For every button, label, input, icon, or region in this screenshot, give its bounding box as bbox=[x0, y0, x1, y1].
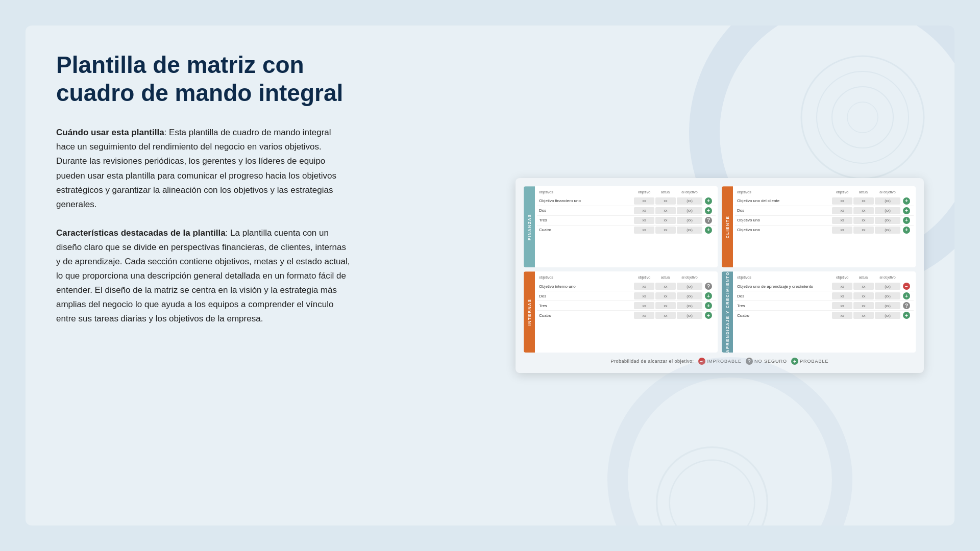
description-2: Características destacadas de la plantil… bbox=[56, 226, 352, 326]
matrix-grid: FINANZASobjetivosobjetivoactualal objeti… bbox=[524, 186, 916, 353]
plus-button[interactable]: + bbox=[705, 292, 712, 299]
legend: Probabilidad de alcanzar el objetivo:−IM… bbox=[524, 358, 916, 365]
plus-button[interactable]: + bbox=[903, 217, 910, 224]
slide: Plantilla de matriz con cuadro de mando … bbox=[26, 26, 954, 525]
description-1: Cuándo usar esta plantilla: Esta plantil… bbox=[56, 126, 352, 211]
plus-button[interactable]: + bbox=[903, 312, 910, 319]
quadrant-label-aprendizaje: APRENDIZAJE Y CRECIMIENTO bbox=[722, 271, 733, 353]
table-row: Dosxxxx(xx)+ bbox=[735, 206, 914, 216]
table-row: Cuatroxxxx(xx)+ bbox=[537, 226, 716, 235]
plus-button[interactable]: + bbox=[903, 207, 910, 214]
table-row: Dosxxxx(xx)+ bbox=[735, 291, 914, 301]
plus-button[interactable]: + bbox=[705, 227, 712, 234]
plus-button[interactable]: + bbox=[705, 312, 712, 319]
table-row: Dosxxxx(xx)+ bbox=[537, 206, 716, 216]
table-row: Tresxxxx(xx)+ bbox=[537, 301, 716, 311]
quadrant-aprendizaje: APRENDIZAJE Y CRECIMIENTOobjetivosobjeti… bbox=[722, 271, 916, 353]
quadrant-label-finanzas: FINANZAS bbox=[524, 186, 535, 267]
plus-button[interactable]: + bbox=[903, 197, 910, 205]
description-1-label: Cuándo usar esta plantilla bbox=[56, 128, 164, 137]
plus-button[interactable]: + bbox=[705, 302, 712, 309]
left-column: Plantilla de matriz con cuadro de mando … bbox=[56, 51, 352, 500]
quadrant-finanzas: FINANZASobjetivosobjetivoactualal objeti… bbox=[524, 186, 718, 267]
quadrant-content-cliente: objetivosobjetivoactualal objetivoObjeti… bbox=[733, 186, 916, 267]
uncertain-button[interactable]: ? bbox=[705, 283, 712, 290]
table-row: Objetivo financiero unoxxxx(xx)+ bbox=[537, 196, 716, 206]
table-row: Objetivo uno del clientexxxx(xx)+ bbox=[735, 196, 914, 206]
uncertain-button[interactable]: ? bbox=[903, 302, 910, 309]
table-row: Cuatroxxxx(xx)+ bbox=[537, 311, 716, 320]
table-row: Dosxxxx(xx)+ bbox=[537, 291, 716, 301]
table-row: Tresxxxx(xx)? bbox=[537, 216, 716, 226]
description-block-2: Características destacadas de la plantil… bbox=[56, 226, 352, 326]
quadrant-content-finanzas: objetivosobjetivoactualal objetivoObjeti… bbox=[535, 186, 718, 267]
right-column: FINANZASobjetivosobjetivoactualal objeti… bbox=[383, 51, 924, 500]
table-row: Tresxxxx(xx)? bbox=[735, 301, 914, 311]
plus-button[interactable]: + bbox=[705, 197, 712, 205]
matrix-container: FINANZASobjetivosobjetivoactualal objeti… bbox=[516, 178, 924, 373]
table-row: Objetivo unoxxxx(xx)+ bbox=[735, 226, 914, 235]
uncertain-button[interactable]: ? bbox=[705, 217, 712, 224]
minus-button[interactable]: − bbox=[903, 283, 910, 290]
legend-item-plus: +PROBABLE bbox=[791, 358, 829, 365]
plus-button[interactable]: + bbox=[705, 207, 712, 214]
legend-label-plus: PROBABLE bbox=[800, 359, 829, 364]
plus-button[interactable]: + bbox=[903, 292, 910, 299]
legend-label-minus: IMPROBABLE bbox=[707, 359, 742, 364]
legend-item-q: ?NO SEGURO bbox=[746, 358, 787, 365]
table-row: Objetivo uno de aprendizaje y crecimient… bbox=[735, 282, 914, 291]
page-title: Plantilla de matriz con cuadro de mando … bbox=[56, 51, 352, 107]
description-2-label: Características destacadas de la plantil… bbox=[56, 228, 226, 238]
quadrant-label-cliente: CLIENTE bbox=[722, 186, 733, 267]
legend-label-q: NO SEGURO bbox=[754, 359, 787, 364]
quadrant-label-internas: INTERNAS bbox=[524, 271, 535, 353]
plus-button[interactable]: + bbox=[903, 227, 910, 234]
table-row: Cuatroxxxx(xx)+ bbox=[735, 311, 914, 320]
table-row: Objetivo interno unoxxxx(xx)? bbox=[537, 282, 716, 291]
quadrant-content-internas: objetivosobjetivoactualal objetivoObjeti… bbox=[535, 271, 718, 353]
description-block-1: Cuándo usar esta plantilla: Esta plantil… bbox=[56, 126, 352, 211]
legend-prefix: Probabilidad de alcanzar el objetivo: bbox=[610, 359, 694, 364]
table-row: Objetivo unoxxxx(xx)+ bbox=[735, 216, 914, 226]
quadrant-content-aprendizaje: objetivosobjetivoactualal objetivoObjeti… bbox=[733, 271, 916, 353]
quadrant-cliente: CLIENTEobjetivosobjetivoactualal objetiv… bbox=[722, 186, 916, 267]
legend-item-minus: −IMPROBABLE bbox=[698, 358, 742, 365]
quadrant-internas: INTERNASobjetivosobjetivoactualal objeti… bbox=[524, 271, 718, 353]
